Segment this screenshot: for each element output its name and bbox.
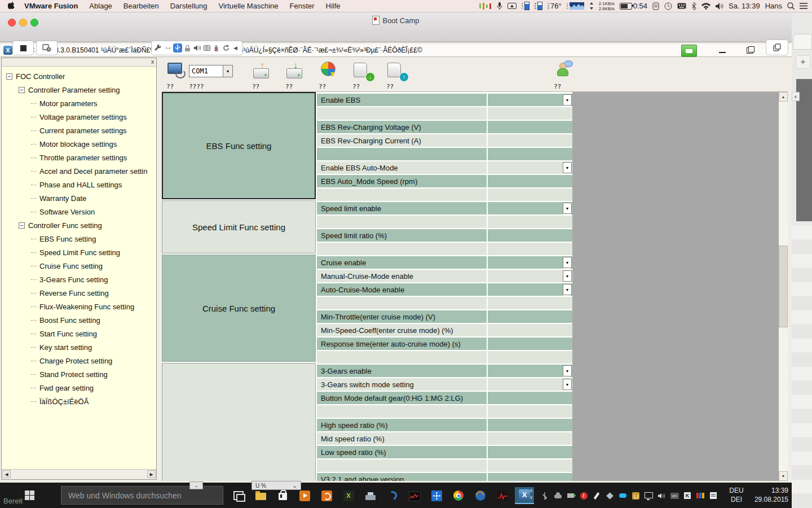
param-value-cell[interactable]: ▼ — [488, 94, 572, 106]
action-center-icon[interactable] — [708, 491, 719, 501]
import-params-button[interactable]: ↓?? — [352, 60, 386, 91]
network-throughput[interactable]: 2.1KB/s2.6KB/s — [599, 1, 615, 11]
param-value-cell[interactable]: ▼ — [488, 161, 572, 174]
param-value-cell[interactable] — [488, 175, 572, 187]
microphone-icon[interactable] — [497, 2, 502, 10]
param-value-cell[interactable] — [488, 134, 572, 147]
menubar-clock[interactable]: Sa. 13:39 — [729, 2, 760, 10]
vm-fullscreen-button[interactable] — [766, 40, 788, 55]
vm-snapshot-button[interactable] — [36, 41, 58, 55]
scroll-right-icon[interactable]: ▶ — [147, 470, 156, 478]
vmware-tools-icon[interactable]: vm — [669, 491, 680, 501]
usb-devices-icon[interactable] — [173, 43, 182, 52]
settings-icon[interactable] — [154, 43, 162, 53]
tree-item[interactable]: Software Version — [2, 205, 156, 218]
keyboard-layout-icon[interactable]: K — [682, 491, 693, 501]
new-tab-button[interactable]: + — [796, 55, 810, 69]
notes-menu-icon[interactable] — [652, 2, 659, 10]
mem-gauge[interactable]: MEM — [535, 2, 542, 10]
dropdown-arrow-icon[interactable]: ▼ — [563, 379, 572, 390]
network-icon[interactable] — [643, 491, 654, 501]
tree-item[interactable]: Throttle parameter settings — [2, 151, 156, 164]
refresh-icon[interactable] — [222, 43, 230, 53]
display-icon[interactable] — [508, 3, 517, 10]
bluetooth-icon[interactable] — [539, 491, 550, 501]
scroll-left-icon[interactable]: ◀ — [2, 470, 11, 478]
tree-item[interactable]: ÏàÏßÒÇ±íÉèÖÃ — [2, 395, 156, 408]
tree-expander-icon[interactable]: − — [19, 222, 25, 229]
tree-item[interactable]: −Controller Func setting — [2, 218, 156, 232]
dropdown-arrow-icon[interactable]: ▼ — [563, 270, 572, 282]
menu-hilfe[interactable]: Hilfe — [320, 0, 346, 12]
apple-icon[interactable] — [0, 2, 19, 10]
vm-stop-button[interactable] — [12, 41, 34, 55]
read-from-controller-button[interactable]: ↑?? — [252, 60, 286, 91]
sync-app-icon[interactable] — [383, 487, 402, 504]
tree-hscrollbar[interactable]: ◀ ▶ — [2, 469, 156, 479]
param-value-cell[interactable] — [488, 107, 572, 120]
group-cell[interactable]: Speed Limit Func setting — [162, 200, 316, 253]
keyboard-icon[interactable] — [677, 3, 686, 9]
network-icon[interactable]: ‹··› — [164, 43, 172, 53]
scroll-up-icon[interactable]: ▲ — [779, 92, 788, 102]
task-view-icon[interactable] — [229, 487, 248, 504]
time-machine-icon[interactable] — [664, 2, 672, 10]
param-value-cell[interactable] — [488, 297, 572, 309]
tree-item[interactable]: Fwd gear setting — [2, 381, 156, 395]
param-value-cell[interactable] — [488, 148, 572, 160]
taskbar-clock[interactable]: 13:3929.08.2015 — [750, 486, 788, 505]
tree-item[interactable]: EBS Func setting — [2, 232, 156, 246]
scanner-icon[interactable] — [361, 487, 380, 504]
collapse-icon[interactable]: ◀ — [231, 43, 240, 53]
param-value-cell[interactable] — [488, 351, 572, 364]
dropdown-arrow-icon[interactable]: ▼ — [563, 203, 572, 214]
tree-item[interactable]: Accel and Decel parameter settin — [2, 164, 156, 178]
notification-center-icon[interactable] — [800, 3, 807, 9]
istat-bars-icon[interactable] — [479, 3, 492, 10]
param-value-cell[interactable]: ▼ — [488, 378, 572, 391]
menubar-user[interactable]: Hans — [765, 2, 782, 10]
param-value-cell[interactable]: ▼ — [488, 283, 572, 296]
restore-button[interactable] — [742, 45, 757, 55]
param-value-cell[interactable]: ▼ — [488, 202, 572, 214]
tree-item[interactable]: Motor parameters — [2, 97, 156, 110]
battery-indicator[interactable]: 0:54 — [620, 2, 647, 10]
minimize-button[interactable] — [715, 45, 730, 55]
param-value-cell[interactable] — [488, 446, 572, 458]
group-cell[interactable]: EBS Func setting — [162, 92, 316, 199]
dropdown-arrow-icon[interactable]: ▼ — [563, 94, 572, 106]
color-profile-icon[interactable] — [695, 491, 706, 501]
settings-app-icon[interactable] — [427, 487, 446, 504]
tree-item[interactable]: Flux-Weakening Func setting — [2, 300, 156, 313]
tree-item[interactable]: Current parameter settings — [2, 124, 156, 137]
param-value-cell[interactable] — [488, 419, 572, 431]
titlebar-green-button[interactable] — [681, 45, 697, 57]
tray-expand-icon[interactable]: ∧∨ — [527, 487, 536, 504]
usb-drive-icon[interactable] — [212, 43, 220, 53]
gold-app-icon[interactable] — [630, 491, 641, 501]
lock-icon[interactable] — [183, 43, 192, 53]
dropdown-arrow-icon[interactable]: ▼ — [563, 365, 572, 376]
wifi-icon[interactable] — [701, 3, 710, 10]
report-button[interactable]: ▼?? — [319, 60, 352, 91]
param-value-cell[interactable] — [488, 216, 572, 228]
network-arrows-icon[interactable] — [589, 2, 594, 10]
ssd-gauge[interactable]: SSD — [522, 2, 529, 10]
main-vscrollbar[interactable]: ▲ ▼ — [779, 92, 788, 481]
menu-darstellung[interactable]: Darstellung — [165, 0, 213, 12]
param-value-cell[interactable] — [488, 310, 572, 323]
tree-close-icon[interactable]: x — [151, 59, 154, 65]
param-value-cell[interactable] — [488, 229, 572, 242]
menu-virtuelle-maschine[interactable]: Virtuelle Maschine — [213, 0, 284, 12]
tree-item[interactable]: 3-Gears Func setting — [2, 273, 156, 286]
com-port-select[interactable]: COM1▼???? — [189, 60, 237, 91]
tree-expander-icon[interactable]: − — [19, 87, 25, 93]
tree-item[interactable]: Reverse Func setting — [2, 286, 156, 300]
param-value-cell[interactable] — [488, 338, 572, 350]
param-value-cell[interactable] — [488, 473, 572, 481]
param-value-cell[interactable]: ▼ — [488, 256, 572, 269]
language-indicator[interactable]: DEUDEI — [724, 486, 749, 505]
volume-icon[interactable] — [716, 3, 723, 10]
export-params-button[interactable]: ↑?? — [386, 60, 420, 91]
cloud-icon[interactable] — [552, 491, 563, 501]
